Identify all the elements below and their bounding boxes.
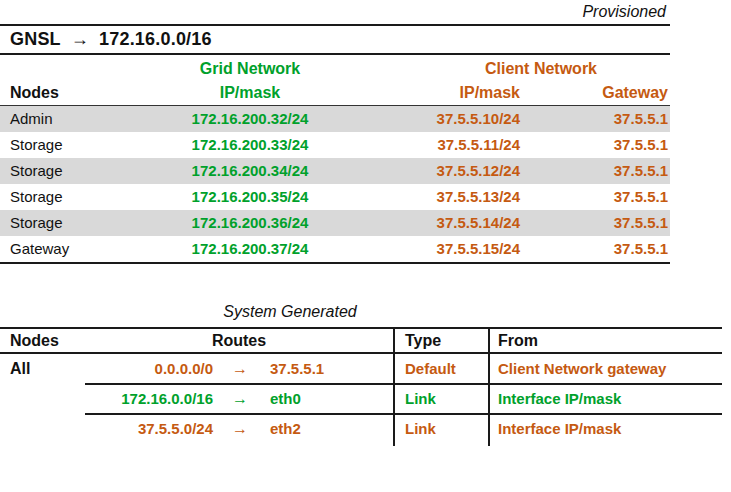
client-ip: 37.5.5.14/24 (390, 210, 520, 236)
table-row: Storage 172.16.200.34/24 37.5.5.12/24 37… (0, 158, 670, 184)
right-arrow-icon: → (71, 29, 89, 49)
grid-network-header: Grid Network (135, 57, 365, 81)
gateway-ip: 37.5.5.1 (555, 106, 668, 132)
route-destination: 37.5.5.0/24 (85, 414, 213, 444)
node-name: Storage (10, 184, 130, 210)
provisioned-label: Provisioned (430, 3, 666, 21)
gateway-ip: 37.5.5.1 (555, 132, 668, 158)
client-ip: 37.5.5.11/24 (390, 132, 520, 158)
node-name: Gateway (10, 236, 130, 262)
node-name: Admin (10, 106, 130, 132)
right-arrow-icon: → (215, 414, 265, 444)
route-row: 172.16.0.0/16 → eth0 Link Interface IP/m… (0, 384, 731, 414)
table-row: Gateway 172.16.200.37/24 37.5.5.15/24 37… (0, 236, 670, 262)
client-ip: 37.5.5.15/24 (390, 236, 520, 262)
grid-ip: 172.16.200.37/24 (135, 236, 365, 262)
gnsl-subnet: 172.16.0.0/16 (99, 29, 212, 49)
column-divider (488, 327, 490, 446)
client-ipmask-column-header: IP/mask (390, 81, 520, 105)
client-ip: 37.5.5.10/24 (390, 106, 520, 132)
route-row: 37.5.5.0/24 → eth2 Link Interface IP/mas… (0, 414, 731, 444)
route-type: Link (405, 384, 485, 414)
route-row: 0.0.0.0/0 → 37.5.5.1 Default Client Netw… (0, 354, 731, 384)
grid-ip: 172.16.200.35/24 (135, 184, 365, 210)
route-from: Client Network gateway (498, 354, 724, 384)
table-row: Admin 172.16.200.32/24 37.5.5.10/24 37.5… (0, 106, 670, 132)
gateway-ip: 37.5.5.1 (555, 236, 668, 262)
routes-header: Routes (85, 329, 393, 352)
network-config-figure: Provisioned GNSL→172.16.0.0/16 Grid Netw… (0, 0, 731, 492)
table-row: Storage 172.16.200.35/24 37.5.5.13/24 37… (0, 184, 670, 210)
type-header: Type (405, 329, 485, 352)
column-divider (393, 327, 395, 446)
right-arrow-icon: → (215, 354, 265, 384)
route-target: eth0 (270, 384, 388, 414)
route-from: Interface IP/mask (498, 414, 724, 444)
gnsl-row: GNSL→172.16.0.0/16 (10, 29, 212, 50)
right-arrow-icon: → (215, 384, 265, 414)
table-row: Storage 172.16.200.33/24 37.5.5.11/24 37… (0, 132, 670, 158)
gateway-ip: 37.5.5.1 (555, 210, 668, 236)
client-ip: 37.5.5.13/24 (390, 184, 520, 210)
route-type: Default (405, 354, 485, 384)
divider-line (0, 24, 670, 26)
grid-ip: 172.16.200.36/24 (135, 210, 365, 236)
gateway-ip: 37.5.5.1 (555, 158, 668, 184)
route-type: Link (405, 414, 485, 444)
route-destination: 0.0.0.0/0 (85, 354, 213, 384)
table-row: Storage 172.16.200.36/24 37.5.5.14/24 37… (0, 210, 670, 236)
gateway-column-header: Gateway (555, 81, 668, 105)
divider-line (0, 53, 670, 55)
node-name: Storage (10, 210, 130, 236)
route-target: eth2 (270, 414, 388, 444)
gateway-ip: 37.5.5.1 (555, 184, 668, 210)
client-ip: 37.5.5.12/24 (390, 158, 520, 184)
route-from: Interface IP/mask (498, 384, 724, 414)
provisioned-table: Admin 172.16.200.32/24 37.5.5.10/24 37.5… (0, 106, 670, 264)
gnsl-label: GNSL (10, 29, 61, 49)
node-name: Storage (10, 158, 130, 184)
from-header: From (498, 329, 718, 352)
nodes-column-header: Nodes (10, 81, 130, 105)
grid-ip: 172.16.200.33/24 (135, 132, 365, 158)
grid-ip: 172.16.200.32/24 (135, 106, 365, 132)
grid-ip: 172.16.200.34/24 (135, 158, 365, 184)
system-generated-label: System Generated (150, 303, 430, 321)
grid-ipmask-column-header: IP/mask (135, 81, 365, 105)
route-target: 37.5.5.1 (270, 354, 388, 384)
node-name: Storage (10, 132, 130, 158)
route-destination: 172.16.0.0/16 (85, 384, 213, 414)
client-network-header: Client Network (400, 57, 682, 81)
